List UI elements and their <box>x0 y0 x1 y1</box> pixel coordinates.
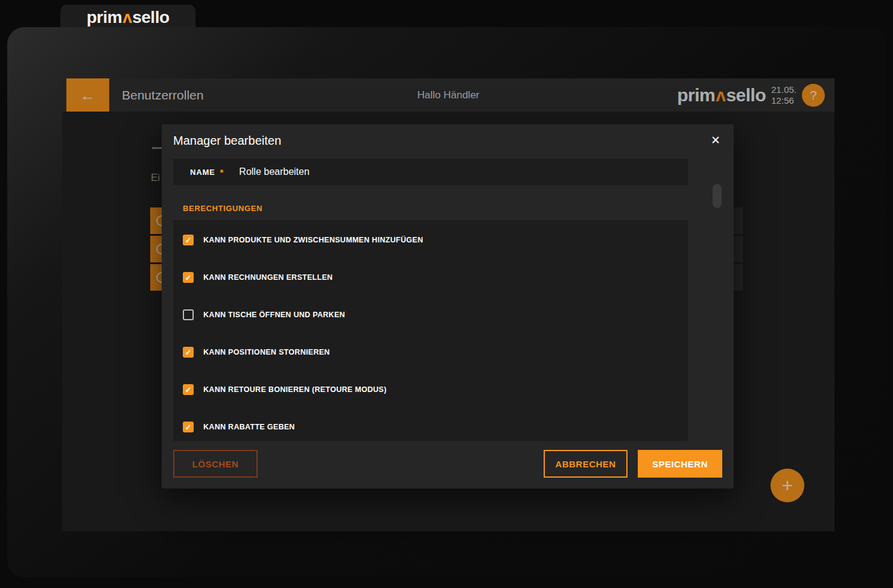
checkbox-checked-icon[interactable]: ✓ <box>183 422 194 432</box>
permission-row: ✓KANN RECHNUNGEN ERSTELLEN <box>173 270 688 285</box>
checkmark-icon: ✓ <box>185 386 192 394</box>
checkmark-icon: ✓ <box>185 423 192 431</box>
checkbox-checked-icon[interactable]: ✓ <box>183 347 194 358</box>
required-asterisk-icon: * <box>220 167 223 177</box>
checkmark-icon: ✓ <box>185 236 192 244</box>
close-icon: ✕ <box>711 134 720 147</box>
name-input[interactable]: NAME * Rolle bearbeiten <box>173 159 688 185</box>
checkbox-checked-icon[interactable]: ✓ <box>183 384 194 395</box>
modal-title: Manager bearbeiten <box>173 134 281 148</box>
permission-label: KANN PRODUKTE UND ZWISCHENSUMMEN HINZUFÜ… <box>203 236 423 244</box>
close-button[interactable]: ✕ <box>708 132 723 148</box>
scrollbar-thumb[interactable] <box>713 184 722 208</box>
permission-label: KANN TISCHE ÖFFNEN UND PARKEN <box>203 311 345 319</box>
logo-caret-icon: ʌ <box>122 8 132 27</box>
permission-row: ✓KANN RABATTE GEBEN <box>173 420 688 434</box>
edit-role-modal: Manager bearbeiten ✕ NAME * Rolle bearbe… <box>162 124 734 488</box>
checkmark-icon: ✓ <box>185 349 192 356</box>
permission-label: KANN RABATTE GEBEN <box>203 423 295 431</box>
permission-label: KANN POSITIONEN STORNIEREN <box>203 348 330 356</box>
delete-button[interactable]: LÖSCHEN <box>173 450 258 478</box>
checkbox-unchecked-icon[interactable] <box>183 309 194 320</box>
permission-label: KANN RETOURE BONIEREN (RETOURE MODUS) <box>203 385 387 394</box>
name-field-label: NAME <box>190 168 215 177</box>
page: primʌsello Ei + ← Benutzerrollen Hallo H… <box>0 0 893 588</box>
cancel-button[interactable]: ABBRECHEN <box>544 450 628 478</box>
checkbox-checked-icon[interactable]: ✓ <box>183 235 194 245</box>
permission-row: ✓KANN RETOURE BONIEREN (RETOURE MODUS) <box>173 382 688 397</box>
permission-row: KANN TISCHE ÖFFNEN UND PARKEN <box>173 308 688 322</box>
checkbox-checked-icon[interactable]: ✓ <box>183 272 194 283</box>
permission-label: KANN RECHNUNGEN ERSTELLEN <box>203 273 332 282</box>
permission-row: ✓KANN POSITIONEN STORNIEREN <box>173 345 688 359</box>
brand-logo: primʌsello <box>86 8 169 27</box>
checkmark-icon: ✓ <box>185 274 192 282</box>
permissions-heading: BERECHTIGUNGEN <box>183 204 262 213</box>
save-button[interactable]: SPEICHERN <box>638 450 722 478</box>
name-field-value: Rolle bearbeiten <box>239 166 310 177</box>
permissions-list: ✓KANN PRODUKTE UND ZWISCHENSUMMEN HINZUF… <box>173 220 688 441</box>
permission-row: ✓KANN PRODUKTE UND ZWISCHENSUMMEN HINZUF… <box>173 233 688 247</box>
brand-tab[interactable]: primʌsello <box>60 5 195 30</box>
